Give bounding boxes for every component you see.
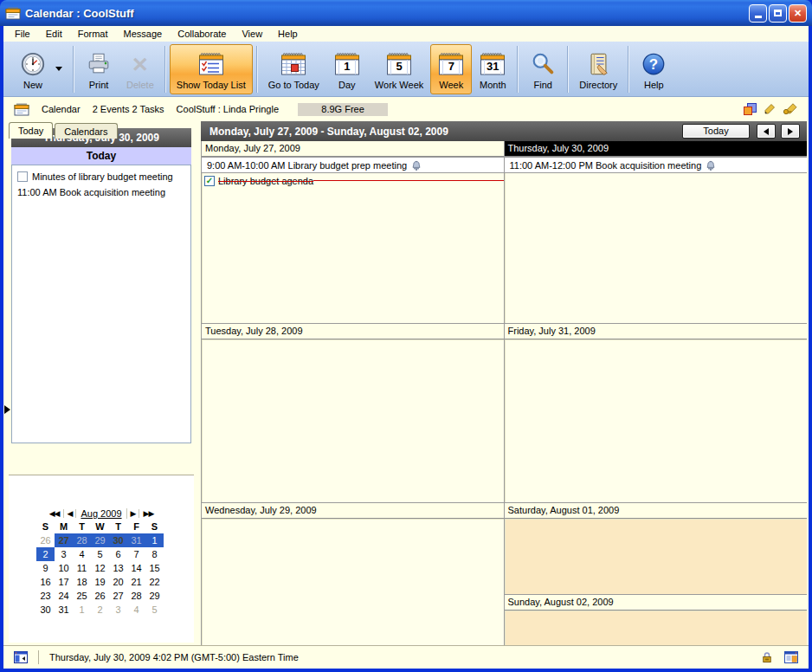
mini-calendar-day[interactable]: 9 bbox=[36, 561, 55, 575]
menu-item[interactable]: Message bbox=[116, 27, 171, 41]
close-icon: ✕ bbox=[794, 9, 802, 18]
mini-calendar-day[interactable]: 29 bbox=[145, 589, 164, 603]
mini-calendar-day[interactable]: 23 bbox=[36, 589, 55, 603]
day-body[interactable]: 11:00 AM-12:00 PM Book acquisition meeti… bbox=[505, 157, 808, 323]
day-body[interactable] bbox=[505, 519, 808, 594]
menu-item[interactable]: Help bbox=[270, 27, 306, 41]
mini-calendar-day[interactable]: 21 bbox=[127, 575, 145, 589]
alarm-bell-icon bbox=[411, 160, 422, 171]
menu-item[interactable]: File bbox=[7, 27, 38, 41]
mini-calendar-day[interactable]: 30 bbox=[109, 533, 127, 547]
show-today-list-button[interactable]: Show Today List bbox=[170, 44, 253, 94]
mini-calendar-day[interactable]: 22 bbox=[145, 575, 164, 589]
day-body[interactable] bbox=[202, 519, 504, 645]
menu-item[interactable]: View bbox=[234, 27, 270, 41]
today-button[interactable]: Today bbox=[682, 124, 750, 139]
close-button[interactable]: ✕ bbox=[789, 4, 807, 23]
mini-calendar-day[interactable]: 4 bbox=[127, 603, 145, 617]
print-button[interactable]: Print bbox=[78, 44, 119, 94]
mini-calendar-day[interactable]: 5 bbox=[91, 547, 109, 561]
new-button[interactable]: New bbox=[12, 44, 54, 94]
new-dropdown-arrow[interactable] bbox=[55, 67, 62, 71]
event-item[interactable]: 11:00 AM-12:00 PM Book acquisition meeti… bbox=[505, 157, 808, 173]
delete-button[interactable]: ✕ Delete bbox=[119, 44, 161, 94]
mini-calendar-day[interactable]: 12 bbox=[91, 561, 109, 575]
day-body[interactable] bbox=[505, 611, 808, 645]
menu-item[interactable]: Edit bbox=[38, 27, 70, 41]
permissions-key-pencil-icon[interactable] bbox=[783, 103, 798, 115]
mini-calendar-day[interactable]: 26 bbox=[91, 589, 109, 603]
mini-calendar-day[interactable]: 6 bbox=[109, 547, 127, 561]
mini-calendar-day[interactable]: 16 bbox=[36, 575, 55, 589]
maximize-button[interactable] bbox=[769, 4, 787, 23]
window-layout-icon[interactable] bbox=[784, 651, 798, 663]
day-body[interactable]: 9:00 AM-10:00 AM Library budget prep mee… bbox=[202, 157, 504, 323]
mini-calendar-day[interactable]: 10 bbox=[55, 561, 73, 575]
mini-calendar-day[interactable]: 31 bbox=[127, 533, 145, 547]
menu-item[interactable]: Format bbox=[70, 27, 116, 41]
mini-calendar-day[interactable]: 20 bbox=[109, 575, 127, 589]
mini-calendar-day[interactable]: 1 bbox=[145, 533, 164, 547]
day-body[interactable] bbox=[505, 339, 808, 502]
task-item[interactable]: ✓ Library budget agenda bbox=[202, 173, 504, 188]
mini-calendar-day[interactable]: 11 bbox=[73, 561, 91, 575]
mini-calendar-day[interactable]: 8 bbox=[145, 547, 164, 561]
mini-calendar-day[interactable]: 1 bbox=[73, 603, 91, 617]
week-view-button[interactable]: 7 Week bbox=[430, 44, 472, 94]
mini-calendar-day[interactable]: 29 bbox=[91, 533, 109, 547]
mini-calendar-day[interactable]: 3 bbox=[109, 603, 127, 617]
mini-calendar-day[interactable]: 15 bbox=[145, 561, 164, 575]
list-item[interactable]: Minutes of library budget meeting bbox=[15, 169, 188, 184]
panel-collapse-handle[interactable] bbox=[4, 405, 10, 414]
next-month-icon[interactable]: ▶ bbox=[127, 509, 140, 518]
edit-pencil-icon[interactable] bbox=[764, 103, 776, 115]
task-checkbox[interactable] bbox=[17, 171, 28, 182]
mini-calendar-day[interactable]: 4 bbox=[73, 547, 91, 561]
mini-calendar-day[interactable]: 5 bbox=[145, 603, 164, 617]
tab-today[interactable]: Today bbox=[9, 122, 53, 139]
next-year-icon[interactable]: ▶▶ bbox=[139, 509, 157, 518]
tab-calendars[interactable]: Calendars bbox=[55, 123, 117, 139]
mini-calendar-day[interactable]: 3 bbox=[55, 547, 73, 561]
mini-calendar-day[interactable]: 13 bbox=[109, 561, 127, 575]
mini-calendar-day[interactable]: 14 bbox=[127, 561, 145, 575]
directory-button[interactable]: Directory bbox=[572, 44, 624, 94]
mini-calendar-day[interactable]: 24 bbox=[55, 589, 73, 603]
prev-year-icon[interactable]: ◀◀ bbox=[46, 509, 64, 518]
previous-week-button[interactable] bbox=[757, 124, 776, 139]
toolbar: New Print ✕ Delete Show Today List Go to… bbox=[3, 42, 809, 97]
event-item[interactable]: 9:00 AM-10:00 AM Library budget prep mee… bbox=[202, 157, 504, 173]
task-checkbox-checked[interactable]: ✓ bbox=[204, 176, 215, 186]
mini-calendar-panel: ◀◀ ◀ Aug 2009 ▶ ▶▶ SMTWTFS 2627282930311… bbox=[9, 475, 194, 643]
next-week-button[interactable] bbox=[781, 124, 800, 139]
mini-calendar-month[interactable]: Aug 2009 bbox=[76, 508, 126, 519]
month-view-button[interactable]: 31 Month bbox=[472, 44, 513, 94]
menu-item[interactable]: Collaborate bbox=[170, 27, 234, 41]
day-body[interactable] bbox=[202, 339, 504, 502]
mini-calendar-day[interactable]: 27 bbox=[109, 589, 127, 603]
view-properties-icon[interactable] bbox=[744, 103, 757, 115]
mini-calendar-day[interactable]: 27 bbox=[55, 533, 73, 547]
go-to-today-button[interactable]: Go to Today bbox=[261, 44, 326, 94]
day-view-button[interactable]: 1 Day bbox=[326, 44, 368, 94]
mini-calendar-day[interactable]: 31 bbox=[55, 603, 73, 617]
prev-month-icon[interactable]: ◀ bbox=[64, 509, 77, 518]
mini-calendar-day[interactable]: 30 bbox=[36, 603, 55, 617]
day-header: Sunday, August 02, 2009 bbox=[505, 595, 808, 611]
mini-calendar-day[interactable]: 28 bbox=[73, 533, 91, 547]
mini-calendar-day[interactable]: 2 bbox=[91, 603, 109, 617]
minimize-button[interactable] bbox=[749, 4, 767, 23]
toggle-panel-icon[interactable] bbox=[14, 651, 28, 663]
help-button[interactable]: Help bbox=[633, 44, 674, 94]
list-item[interactable]: 11:00 AM Book acquisition meeting bbox=[15, 184, 188, 200]
mini-calendar-day[interactable]: 28 bbox=[127, 589, 145, 603]
work-week-view-button[interactable]: 5 Work Week bbox=[368, 44, 430, 94]
mini-calendar-day[interactable]: 18 bbox=[73, 575, 91, 589]
mini-calendar-day[interactable]: 26 bbox=[36, 533, 55, 547]
mini-calendar-day[interactable]: 7 bbox=[127, 547, 145, 561]
mini-calendar-day[interactable]: 19 bbox=[91, 575, 109, 589]
find-button[interactable]: Find bbox=[522, 44, 564, 94]
mini-calendar-day[interactable]: 17 bbox=[55, 575, 73, 589]
mini-calendar-day[interactable]: 25 bbox=[73, 589, 91, 603]
mini-calendar-day[interactable]: 2 bbox=[36, 547, 55, 561]
